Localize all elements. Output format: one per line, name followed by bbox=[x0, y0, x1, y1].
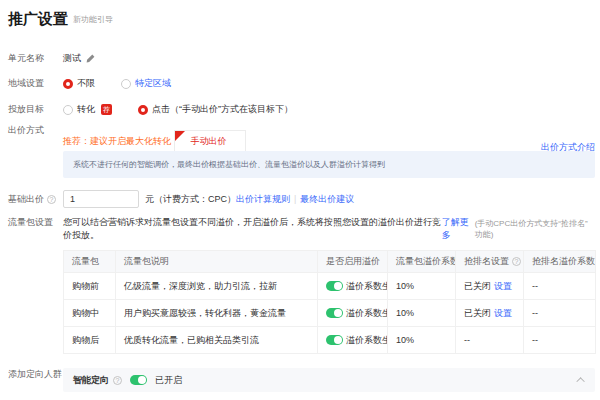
cell-coefficient: 10% bbox=[388, 327, 456, 354]
bid-rule-link[interactable]: 出价计算规则 bbox=[236, 193, 290, 206]
premium-status-text: 溢价系数生效中 bbox=[346, 307, 388, 320]
info-icon[interactable]: ? bbox=[47, 195, 56, 204]
header-premium-enabled: 是否启用溢价 bbox=[318, 251, 388, 273]
cell-rank-coefficient: -- bbox=[524, 327, 596, 354]
link-divider: | bbox=[294, 194, 296, 204]
header-description: 流量包说明 bbox=[116, 251, 318, 273]
header-coefficient: 流量包溢价系数 bbox=[388, 251, 456, 273]
radio-checked-icon bbox=[138, 105, 148, 115]
rank-setting-link[interactable]: 设置 bbox=[494, 307, 512, 320]
table-row: 购物中 用户购买意愿较强，转化利器，黄金流量 溢价系数生效中 10% 已关闭设置… bbox=[64, 300, 596, 327]
premium-status-text: 溢价系数生效中 bbox=[346, 334, 388, 347]
header-package: 流量包 bbox=[64, 251, 116, 273]
smart-targeting-toggle[interactable] bbox=[130, 375, 147, 385]
region-option-specific[interactable]: 特定区域 bbox=[121, 77, 171, 90]
promotion-settings-page: 推广设置 新功能引导 单元名称 测试 地域设置 不限 特定区域 投放目标 bbox=[0, 0, 600, 400]
cell-package-desc: 亿级流量，深度浏览，助力引流，拉新 bbox=[116, 273, 318, 300]
radio-checked-icon bbox=[63, 79, 73, 89]
radio-label: 点击（“手动出价”方式在该目标下） bbox=[152, 103, 293, 116]
recommend-badge: 荐 bbox=[101, 104, 112, 115]
cell-rank-coefficient: -- bbox=[524, 300, 596, 327]
new-feature-guide-link[interactable]: 新功能引导 bbox=[73, 14, 113, 25]
bid-method-row: 出价方式 推荐：建议开启最大化转化 出价方式介绍 手动出价 系统不进行任何的智能… bbox=[8, 124, 595, 178]
cell-package-name: 购物后 bbox=[64, 327, 116, 354]
final-bid-suggest-link[interactable]: 最终出价建议 bbox=[300, 193, 354, 206]
smart-targeting-panel: 智能定向 ? 已开启 bbox=[63, 368, 595, 392]
premium-toggle[interactable] bbox=[326, 281, 343, 291]
premium-toggle[interactable] bbox=[326, 308, 343, 318]
cell-package-desc: 优质转化流量，已购相关品类引流 bbox=[116, 327, 318, 354]
cell-package-name: 购物中 bbox=[64, 300, 116, 327]
premium-status-text: 溢价系数生效中 bbox=[346, 280, 388, 293]
radio-label: 转化 bbox=[77, 103, 95, 116]
base-bid-input[interactable] bbox=[63, 190, 139, 208]
region-row: 地域设置 不限 特定区域 bbox=[8, 77, 595, 90]
premium-toggle[interactable] bbox=[326, 335, 343, 345]
header-rank-setting: 抢排名设置 bbox=[464, 255, 509, 268]
rank-setting-status: 已关闭 bbox=[464, 280, 491, 293]
bid-method-intro-link[interactable]: 出价方式介绍 bbox=[541, 141, 595, 154]
bid-unit-text: 元（计费方式：CPC） bbox=[145, 193, 236, 206]
unit-name-row: 单元名称 测试 bbox=[8, 52, 595, 65]
table-header-row: 流量包 流量包说明 是否启用溢价 流量包溢价系数 抢排名设置? 抢排名溢价系数? bbox=[64, 251, 596, 273]
target-option-click[interactable]: 点击（“手动出价”方式在该目标下） bbox=[138, 103, 293, 116]
bid-notice-text: 系统不进行任何的智能调价，最终出价根据基础出价、流量包溢价以及人群溢价计算得到 bbox=[73, 160, 385, 169]
radio-unchecked-icon bbox=[121, 79, 131, 89]
selected-corner-flag-icon bbox=[175, 131, 185, 141]
base-bid-row: 基础出价 ? 元（计费方式：CPC） 出价计算规则 | 最终出价建议 bbox=[8, 190, 595, 208]
rank-setting-status: -- bbox=[464, 335, 470, 345]
radio-unchecked-icon bbox=[63, 105, 73, 115]
bid-method-label: 出价方式 bbox=[8, 124, 63, 137]
cell-coefficient: 10% bbox=[388, 273, 456, 300]
radio-label: 不限 bbox=[77, 77, 95, 90]
manual-bid-tab[interactable]: 手动出价 bbox=[174, 130, 246, 151]
base-bid-label: 基础出价 bbox=[8, 193, 44, 206]
target-label: 投放目标 bbox=[8, 103, 63, 116]
rank-setting-link[interactable]: 设置 bbox=[494, 280, 512, 293]
region-label: 地域设置 bbox=[8, 77, 63, 90]
traffic-package-row: 流量包设置 您可以结合营销诉求对流量包设置不同溢价，开启溢价后，系统将按照您设置… bbox=[8, 216, 595, 354]
edit-icon[interactable] bbox=[86, 54, 95, 63]
info-icon[interactable]: ? bbox=[113, 376, 122, 385]
info-icon[interactable]: ? bbox=[512, 257, 521, 266]
collapse-chevron-icon[interactable] bbox=[576, 377, 584, 385]
traffic-package-label: 流量包设置 bbox=[8, 216, 63, 229]
target-row: 投放目标 转化 荐 点击（“手动出价”方式在该目标下） bbox=[8, 103, 595, 116]
cell-package-desc: 用户购买意愿较强，转化利器，黄金流量 bbox=[116, 300, 318, 327]
page-header: 推广设置 新功能引导 bbox=[8, 10, 595, 28]
cell-package-name: 购物前 bbox=[64, 273, 116, 300]
audience-row: 添加定向人群 智能定向 ? 已开启 bbox=[8, 368, 595, 392]
maximize-conversion-link[interactable]: 推荐：建议开启最大化转化 bbox=[63, 136, 171, 146]
manual-bid-tab-label: 手动出价 bbox=[191, 136, 227, 146]
traffic-package-description: 您可以结合营销诉求对流量包设置不同溢价，开启溢价后，系统将按照您设置的溢价出价进… bbox=[63, 216, 442, 242]
radio-label: 特定区域 bbox=[135, 77, 171, 90]
region-option-unlimited[interactable]: 不限 bbox=[63, 77, 95, 90]
smart-targeting-status: 已开启 bbox=[155, 374, 182, 387]
table-row: 购物前 亿级流量，深度浏览，助力引流，拉新 溢价系数生效中 10% 已关闭设置 … bbox=[64, 273, 596, 300]
traffic-package-table: 流量包 流量包说明 是否启用溢价 流量包溢价系数 抢排名设置? 抢排名溢价系数?… bbox=[63, 250, 596, 354]
unit-name-label: 单元名称 bbox=[8, 52, 63, 65]
table-row: 购物后 优质转化流量，已购相关品类引流 溢价系数生效中 10% -- -- bbox=[64, 327, 596, 354]
smart-targeting-label: 智能定向 bbox=[73, 374, 109, 387]
page-title: 推广设置 bbox=[8, 10, 68, 29]
cell-coefficient: 10% bbox=[388, 300, 456, 327]
unit-name-value: 测试 bbox=[63, 52, 81, 65]
cell-rank-coefficient: -- bbox=[524, 273, 596, 300]
audience-label: 添加定向人群 bbox=[8, 368, 63, 381]
header-rank-coefficient: 抢排名溢价系数 bbox=[532, 255, 595, 268]
rank-setting-status: 已关闭 bbox=[464, 307, 491, 320]
bid-notice-banner: 系统不进行任何的智能调价，最终出价根据基础出价、流量包溢价以及人群溢价计算得到 bbox=[63, 151, 595, 178]
manual-cpc-note: (手动CPC出价方式支持“抢排名”功能) bbox=[475, 218, 595, 240]
target-option-conversion[interactable]: 转化 荐 bbox=[63, 103, 112, 116]
learn-more-link[interactable]: 了解更多 bbox=[442, 216, 475, 242]
